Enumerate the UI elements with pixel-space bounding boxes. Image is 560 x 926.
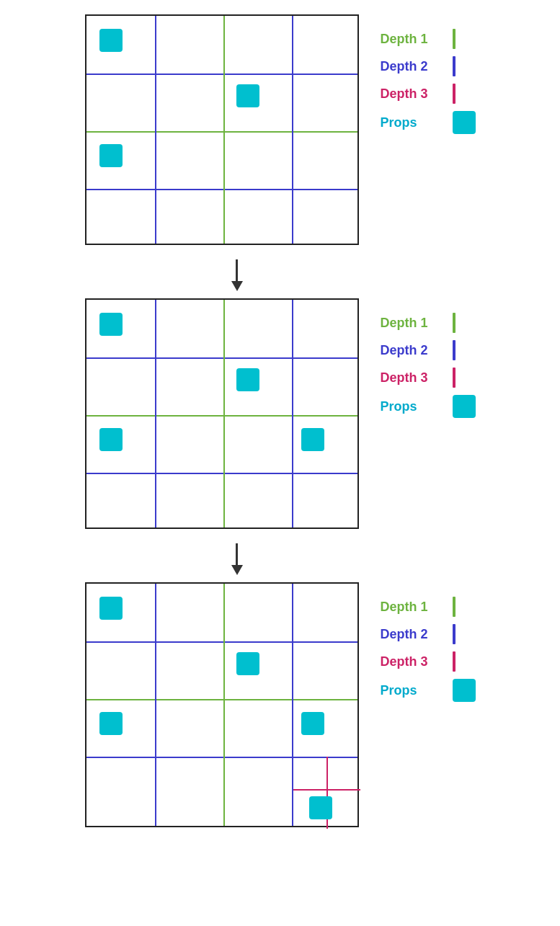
legend-item-depth3: Depth 3 — [381, 84, 476, 104]
h-line-d1-2 — [86, 415, 357, 417]
depth2-line-icon-2 — [453, 340, 455, 360]
legend-item-props: Props — [381, 111, 476, 134]
props-label-3: Props — [381, 683, 445, 698]
depth2-label-2: Depth 2 — [381, 343, 445, 358]
down-arrow-1 — [231, 259, 243, 291]
legend-item-depth3-2: Depth 3 — [381, 368, 476, 388]
diagram-section-3: Depth 1 Depth 2 Depth 3 Props — [85, 582, 476, 827]
legend-item-depth2-2: Depth 2 — [381, 340, 476, 360]
arrow-shaft-1 — [236, 259, 238, 281]
grid-2 — [85, 298, 359, 529]
prop-2-4 — [301, 428, 324, 451]
legend-item-depth2: Depth 2 — [381, 56, 476, 76]
prop-2-2 — [236, 368, 259, 391]
legend-item-depth3-3: Depth 3 — [381, 651, 476, 672]
depth1-label: Depth 1 — [381, 32, 445, 47]
depth2-line-icon — [453, 56, 455, 76]
legend-item-depth1-3: Depth 1 — [381, 597, 476, 617]
arrow-2 — [0, 543, 560, 575]
legend-2: Depth 1 Depth 2 Depth 3 Props — [381, 298, 476, 418]
prop-3-1 — [99, 597, 123, 620]
depth2-label: Depth 2 — [381, 59, 445, 74]
legend-item-depth1: Depth 1 — [381, 29, 476, 49]
depth3-line-icon-3 — [453, 651, 455, 672]
prop-1-1 — [99, 29, 123, 52]
props-icon-3 — [453, 679, 476, 702]
prop-2-3 — [99, 428, 123, 451]
depth1-label-2: Depth 1 — [381, 316, 445, 331]
depth3-label-2: Depth 3 — [381, 370, 445, 386]
depth1-line-icon-2 — [453, 313, 455, 333]
prop-3-4 — [301, 712, 324, 735]
v-line-d1-1 — [223, 16, 225, 244]
v-line-d1-3 — [223, 584, 225, 826]
v-line-d2-2 — [292, 16, 293, 244]
grid-3 — [85, 582, 359, 827]
v-line-d2-3 — [155, 300, 156, 527]
h-line-d2-6 — [86, 757, 357, 758]
props-label-2: Props — [381, 399, 445, 414]
v-line-d2-6 — [292, 584, 293, 826]
depth1-line-icon — [453, 29, 455, 49]
depth2-line-icon-3 — [453, 624, 455, 644]
v-line-d2-1 — [155, 16, 156, 244]
legend-item-depth1-2: Depth 1 — [381, 313, 476, 333]
prop-3-3 — [99, 712, 123, 735]
depth1-line-icon-3 — [453, 597, 455, 617]
depth3-line-icon — [453, 84, 455, 104]
prop-1-3 — [99, 144, 123, 167]
h-line-d2-3 — [86, 357, 357, 359]
depth3-label: Depth 3 — [381, 86, 445, 102]
v-line-d2-5 — [155, 584, 156, 826]
prop-1-2 — [236, 84, 259, 107]
prop-3-5 — [309, 796, 332, 819]
depth3-line-icon-2 — [453, 368, 455, 388]
arrow-head-1 — [231, 281, 243, 291]
h-line-d2-2 — [86, 189, 357, 190]
h-line-d2-5 — [86, 641, 357, 643]
depth1-label-3: Depth 1 — [381, 600, 445, 615]
v-line-d1-2 — [223, 300, 225, 527]
h-line-d1-1 — [86, 131, 357, 133]
props-icon — [453, 111, 476, 134]
down-arrow-2 — [231, 543, 243, 575]
props-label: Props — [381, 115, 445, 130]
v-line-d2-4 — [292, 300, 293, 527]
arrow-1-inner — [231, 259, 243, 291]
legend-item-depth2-3: Depth 2 — [381, 624, 476, 644]
diagram-section-1: Depth 1 Depth 2 Depth 3 Props — [85, 14, 476, 245]
legend-1: Depth 1 Depth 2 Depth 3 Props — [381, 14, 476, 134]
depth3-label-3: Depth 3 — [381, 654, 445, 669]
depth2-label-3: Depth 2 — [381, 627, 445, 642]
grid-1 — [85, 14, 359, 245]
h-line-d2-1 — [86, 74, 357, 75]
diagram-section-2: Depth 1 Depth 2 Depth 3 Props — [85, 298, 476, 529]
h-line-d1-3 — [86, 699, 357, 700]
h-line-d2-4 — [86, 473, 357, 474]
arrow-shaft-2 — [236, 543, 238, 565]
prop-3-2 — [236, 652, 259, 675]
props-icon-2 — [453, 395, 476, 418]
legend-3: Depth 1 Depth 2 Depth 3 Props — [381, 582, 476, 702]
arrow-1 — [0, 259, 560, 291]
arrow-2-inner — [231, 543, 243, 575]
arrow-head-2 — [231, 565, 243, 575]
prop-2-1 — [99, 313, 123, 336]
legend-item-props-3: Props — [381, 679, 476, 702]
legend-item-props-2: Props — [381, 395, 476, 418]
